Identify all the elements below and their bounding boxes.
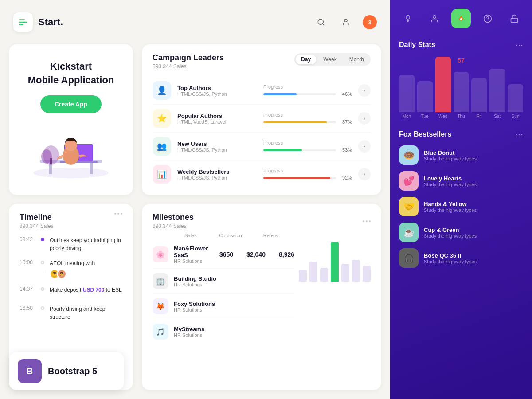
milestones-subtitle: 890,344 Sales bbox=[153, 223, 194, 229]
bar-day-label: Thu bbox=[457, 114, 465, 119]
bootstrap-text: Bootstrap 5 bbox=[48, 366, 97, 376]
timeline-line-wrap bbox=[41, 259, 44, 271]
bar-day-label: Wed bbox=[438, 114, 447, 119]
milestone-sales: $650 bbox=[219, 251, 233, 258]
bar-col: Thu bbox=[454, 57, 469, 119]
header: Start. 3 bbox=[0, 0, 390, 44]
milestones-menu[interactable] bbox=[363, 220, 371, 222]
bestseller-info: Bose QC 35 II Study the highway types bbox=[424, 252, 477, 264]
milestone-stats: $650 $2,040 8,926 bbox=[219, 251, 294, 258]
progress-fill bbox=[263, 121, 327, 123]
bestseller-item[interactable]: 🍩 Blue Donut Study the highway types bbox=[399, 145, 523, 165]
timeline-entry: 16:50 Poorly driving and keep structure bbox=[20, 305, 122, 321]
progress-label: Progress bbox=[263, 112, 352, 117]
bar-day-label: Sat bbox=[494, 114, 501, 119]
timeline-text: Make deposit USD 700 to ESL bbox=[50, 286, 122, 294]
bestsellers-section: Fox Bestsellers ⋯ 🍩 Blue Donut Study the… bbox=[399, 129, 523, 268]
milestone-row: 🌸 Man&Flower SaaS HR Solutions $650 $2,0… bbox=[153, 241, 294, 269]
bar-rect bbox=[417, 81, 433, 112]
milestone-bar bbox=[309, 262, 317, 282]
progress-label: Progress bbox=[263, 84, 352, 90]
sidebar-icon-bulb[interactable] bbox=[398, 9, 418, 28]
avatar: 👧 bbox=[57, 269, 66, 279]
sidebar-icon-lock[interactable] bbox=[505, 9, 524, 28]
bestseller-item[interactable]: 💕 Lovely Hearts Study the highway types bbox=[399, 171, 523, 191]
bar-col: Wed bbox=[435, 57, 451, 119]
profile-button[interactable] bbox=[338, 14, 354, 30]
campaign-row-arrow[interactable]: › bbox=[358, 84, 371, 97]
bar-rect bbox=[399, 75, 415, 112]
tab-week[interactable]: Week bbox=[318, 55, 342, 64]
timeline-header: Timeline 890,344 Sales bbox=[20, 213, 122, 229]
campaign-row-arrow[interactable]: › bbox=[358, 140, 371, 153]
campaign-row-progress: Progress 92% bbox=[263, 168, 352, 180]
campaign-row-info: Top Authors HTML/CSS/JS, Python bbox=[177, 85, 257, 97]
bar-rect bbox=[489, 69, 505, 112]
bar-chart: 57 MonTueWedThuFriSatSun bbox=[399, 57, 523, 119]
campaign-row-arrow[interactable]: › bbox=[358, 168, 371, 180]
milestone-commission: $2,040 bbox=[246, 251, 266, 258]
daily-stats-menu[interactable]: ⋯ bbox=[515, 40, 523, 50]
milestone-type: HR Solutions bbox=[174, 282, 294, 287]
bestseller-item[interactable]: 🎧 Bose QC 35 II Study the highway types bbox=[399, 248, 523, 268]
bar-col: Sat bbox=[489, 57, 505, 119]
search-button[interactable] bbox=[313, 14, 329, 30]
timeline-highlight: USD 700 bbox=[83, 287, 105, 293]
progress-bar bbox=[263, 93, 336, 95]
bestseller-info: Hands & Yellow Study the highway types bbox=[424, 201, 477, 213]
milestone-name: Building Studio bbox=[174, 275, 294, 282]
tab-day[interactable]: Day bbox=[296, 55, 316, 64]
notification-badge[interactable]: 3 bbox=[363, 15, 377, 29]
campaign-header: Campaign Leaders 890,344 Sales Day Week … bbox=[153, 53, 371, 70]
bar-col: Fri bbox=[471, 57, 487, 119]
timeline-menu[interactable] bbox=[114, 213, 122, 215]
campaign-row-tech: HTML/CSS/JS, Python bbox=[177, 175, 257, 180]
col-commission-label: Comission bbox=[217, 233, 244, 238]
campaign-title-group: Campaign Leaders 890,344 Sales bbox=[153, 53, 224, 70]
sidebar-icon-question[interactable] bbox=[478, 9, 497, 28]
bestseller-name: Blue Donut bbox=[424, 149, 477, 156]
header-right: 3 bbox=[313, 14, 377, 30]
progress-bar-wrap: 53% bbox=[263, 147, 352, 153]
svg-point-6 bbox=[33, 168, 109, 178]
logo: Start. bbox=[13, 12, 63, 32]
progress-pct: 87% bbox=[340, 119, 352, 125]
bestseller-info: Blue Donut Study the highway types bbox=[424, 149, 477, 161]
milestones-rows-area: Sales Comission Refers 🌸 Man&Flower SaaS… bbox=[153, 233, 294, 344]
daily-stats-header: Daily Stats ⋯ bbox=[399, 40, 523, 50]
milestone-row: 🦊 Foxy Solutions HR Solutions bbox=[153, 294, 294, 319]
campaign-row-tech: HTML/CSS/JS, Python bbox=[177, 147, 257, 153]
campaign-row-tech: HTML/CSS/JS, Python bbox=[177, 91, 257, 97]
campaign-row-name: New Users bbox=[177, 141, 257, 147]
milestone-name: Foxy Solutions bbox=[174, 301, 294, 307]
bestsellers-menu[interactable]: ⋯ bbox=[515, 129, 523, 139]
milestone-bar bbox=[331, 242, 339, 282]
progress-pct: 46% bbox=[340, 91, 352, 97]
timeline-dot bbox=[41, 306, 44, 310]
main-area: Start. 3 Kickstart Mobile Application Cr… bbox=[0, 0, 390, 399]
sidebar-icon-fox[interactable] bbox=[451, 9, 471, 28]
tab-month[interactable]: Month bbox=[344, 55, 369, 64]
illustration bbox=[27, 122, 115, 180]
milestones-header: Milestones 890,344 Sales bbox=[153, 213, 371, 229]
bestseller-item[interactable]: 🤝 Hands & Yellow Study the highway types bbox=[399, 197, 523, 216]
campaign-row-arrow[interactable]: › bbox=[358, 112, 371, 125]
milestone-info: Building Studio HR Solutions bbox=[174, 275, 294, 287]
campaign-title: Campaign Leaders bbox=[153, 53, 224, 63]
sidebar-icon-user2[interactable] bbox=[425, 9, 444, 28]
bar-day-label: Fri bbox=[477, 114, 482, 119]
campaign-row-icon: 👥 bbox=[153, 137, 171, 156]
campaign-row-tech: HTML, VueJS, Laravel bbox=[177, 119, 257, 125]
campaign-subtitle: 890,344 Sales bbox=[153, 63, 224, 70]
milestone-icon: 🏢 bbox=[153, 273, 168, 289]
create-app-button[interactable]: Create App bbox=[40, 95, 102, 113]
milestone-bar bbox=[363, 266, 371, 282]
bestseller-item[interactable]: ☕ Cup & Green Study the highway types bbox=[399, 223, 523, 242]
svg-rect-23 bbox=[511, 18, 518, 22]
bestseller-name: Bose QC 35 II bbox=[424, 252, 477, 259]
milestone-bar bbox=[320, 268, 328, 282]
sidebar-top-icons bbox=[390, 0, 532, 33]
campaign-row: ⭐ Popular Authors HTML, VueJS, Laravel P… bbox=[153, 105, 371, 133]
milestone-type: HR Solutions bbox=[174, 258, 212, 264]
bestseller-thumb: 🤝 bbox=[399, 197, 419, 216]
